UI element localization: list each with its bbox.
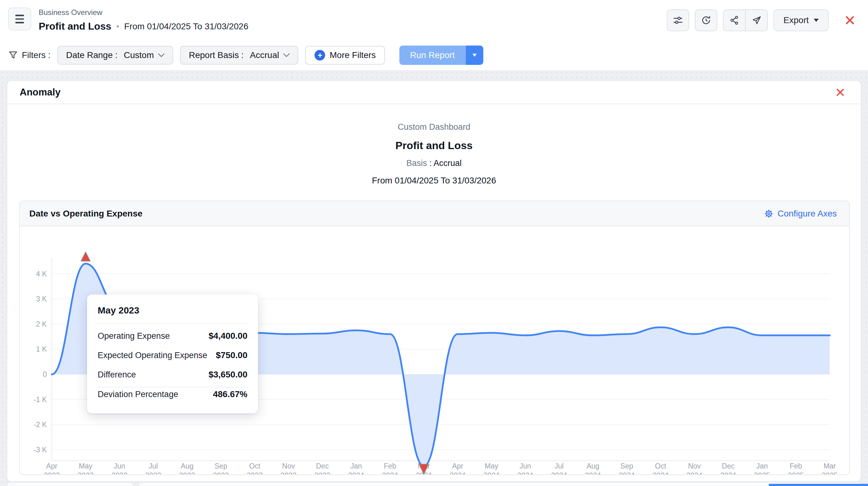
svg-text:Dec: Dec <box>722 462 735 470</box>
refresh-button[interactable] <box>695 9 717 31</box>
svg-text:2023: 2023 <box>280 471 297 475</box>
customize-columns-button[interactable] <box>667 9 689 31</box>
run-report-split-button: Run Report <box>399 45 483 65</box>
tooltip-row-value: 486.67% <box>213 389 247 399</box>
svg-text:2024: 2024 <box>686 471 702 475</box>
configure-axes-button[interactable]: Configure Axes <box>764 209 837 219</box>
horizontal-scrollbar-thumb[interactable] <box>769 484 868 486</box>
tooltip-row-value: $3,650.00 <box>209 370 247 380</box>
svg-text:Aug: Aug <box>587 462 599 470</box>
chevron-down-icon <box>283 53 289 57</box>
close-icon <box>836 88 845 97</box>
svg-text:2024: 2024 <box>585 471 601 475</box>
tooltip-row-label: Difference <box>98 370 136 380</box>
svg-text:2023: 2023 <box>179 471 195 475</box>
basis-value: Accrual <box>434 159 462 168</box>
svg-text:2023: 2023 <box>314 471 331 475</box>
dashboard-subtitle: Custom Dashboard <box>7 122 861 132</box>
tooltip-row-label: Deviation Percentage <box>98 390 178 399</box>
svg-text:Jan: Jan <box>756 462 768 470</box>
svg-text:-3 K: -3 K <box>34 446 47 454</box>
title-separator: • <box>116 22 119 31</box>
report-period: From 01/04/2025 To 31/03/2026 <box>7 175 861 186</box>
share-icon <box>730 15 740 25</box>
svg-text:2024: 2024 <box>517 471 533 475</box>
svg-text:Mar: Mar <box>824 462 836 470</box>
tooltip-row-label: Expected Operating Expense <box>98 351 207 360</box>
more-filters-label: More Filters <box>330 50 376 60</box>
date-range-dropdown[interactable]: Date Range : Custom <box>57 46 173 65</box>
send-icon <box>752 15 762 25</box>
header-date-range: From 01/04/2025 To 31/03/2026 <box>124 22 248 32</box>
basis-label: Basis <box>406 159 427 168</box>
export-label: Export <box>783 15 809 25</box>
chart-plot-area[interactable]: 4 K3 K2 K1 K0-1 K-2 K-3 KApr2023May2023J… <box>20 226 850 475</box>
run-report-options-button[interactable] <box>465 45 483 65</box>
svg-text:Feb: Feb <box>790 462 802 470</box>
close-report-button[interactable] <box>841 11 859 29</box>
export-button[interactable]: Export <box>773 9 829 31</box>
svg-text:2024: 2024 <box>348 471 364 475</box>
anomaly-panel-header: Anomaly <box>7 81 861 104</box>
share-button[interactable] <box>723 10 745 31</box>
tooltip-row: Expected Operating Expense $750.00 <box>96 346 249 365</box>
svg-text:2024: 2024 <box>619 471 634 475</box>
next-card-top-left <box>6 482 133 486</box>
svg-text:Jun: Jun <box>520 462 531 470</box>
anomaly-close-button[interactable] <box>833 86 847 99</box>
svg-text:Jul: Jul <box>554 462 563 470</box>
svg-text:Sep: Sep <box>215 462 227 470</box>
svg-text:Oct: Oct <box>249 462 260 470</box>
chart-card: Date vs Operating Expense Configure Axes… <box>19 201 850 475</box>
svg-text:-2 K: -2 K <box>34 421 47 429</box>
svg-text:Apr: Apr <box>46 462 57 470</box>
sliders-icon <box>673 15 683 26</box>
svg-text:May: May <box>485 462 498 470</box>
svg-text:2024: 2024 <box>653 471 669 475</box>
svg-text:Feb: Feb <box>384 462 396 470</box>
svg-text:Jan: Jan <box>350 462 362 470</box>
filters-label: Filters : <box>8 50 51 60</box>
hamburger-icon <box>15 15 24 16</box>
svg-text:May: May <box>79 462 93 470</box>
share-send-button-group <box>723 9 768 31</box>
close-icon <box>845 15 855 26</box>
svg-text:Jul: Jul <box>149 462 158 470</box>
chevron-down-icon <box>158 53 164 57</box>
filters-bar: Filters : Date Range : Custom Report Bas… <box>0 40 868 70</box>
tooltip-row: Operating Expense $4,400.00 <box>96 326 249 346</box>
svg-text:3 K: 3 K <box>36 295 47 303</box>
anomaly-title: Anomaly <box>20 87 61 98</box>
run-report-button[interactable]: Run Report <box>399 45 465 65</box>
svg-text:2023: 2023 <box>112 471 127 475</box>
tooltip-row-label: Operating Expense <box>98 331 170 341</box>
svg-text:2025: 2025 <box>754 471 770 475</box>
more-filters-button[interactable]: + More Filters <box>305 46 385 65</box>
svg-text:1 K: 1 K <box>36 345 47 353</box>
svg-text:2 K: 2 K <box>36 320 47 328</box>
svg-text:Sep: Sep <box>620 462 633 470</box>
date-range-value: Custom <box>124 50 154 60</box>
anomaly-panel: Anomaly Custom Dashboard Profit and Loss… <box>6 80 862 482</box>
svg-text:2024: 2024 <box>720 471 736 475</box>
page-title: Profit and Loss <box>39 21 112 32</box>
report-basis-dropdown[interactable]: Report Basis : Accrual <box>180 46 298 65</box>
svg-text:2023: 2023 <box>213 471 229 475</box>
svg-text:0: 0 <box>43 370 47 378</box>
svg-text:Nov: Nov <box>688 462 701 470</box>
svg-text:2024: 2024 <box>484 471 499 475</box>
breadcrumb[interactable]: Business Overview <box>39 8 248 17</box>
hamburger-menu-button[interactable] <box>8 7 31 31</box>
report-basis-label: Report Basis : <box>189 50 244 60</box>
basis-separator: : <box>429 159 432 168</box>
export-caret-icon <box>814 19 819 22</box>
svg-text:Aug: Aug <box>181 462 193 470</box>
top-bar: Business Overview Profit and Loss • From… <box>0 0 868 40</box>
chart-title: Date vs Operating Expense <box>29 209 143 219</box>
send-button[interactable] <box>745 10 767 31</box>
svg-text:-1 K: -1 K <box>34 395 47 403</box>
svg-text:2024: 2024 <box>551 471 567 475</box>
svg-text:2023: 2023 <box>78 471 94 475</box>
svg-text:Nov: Nov <box>282 462 295 470</box>
refresh-icon <box>701 15 711 26</box>
